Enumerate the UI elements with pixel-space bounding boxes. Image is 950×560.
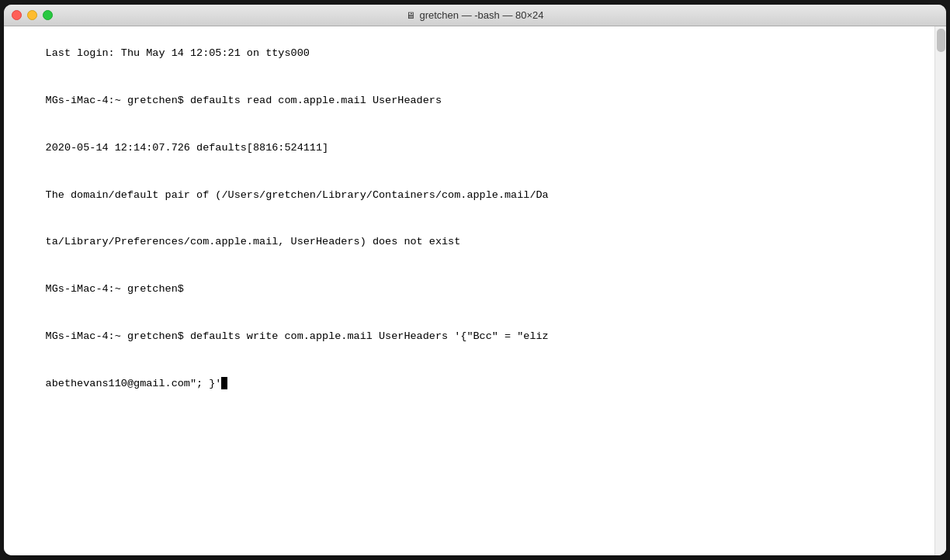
title-bar: 🖥 gretchen — -bash — 80×24	[4, 5, 946, 26]
line-4: The domain/default pair of (/Users/gretc…	[46, 189, 549, 201]
line-3: 2020-05-14 12:14:07.726 defaults[8816:52…	[46, 142, 329, 154]
scrollbar-thumb[interactable]	[937, 29, 945, 52]
close-button[interactable]	[12, 10, 22, 20]
line-7: MGs-iMac-4:~ gretchen$ defaults write co…	[46, 330, 549, 342]
line-8: abethevans110@gmail.com"; }'	[46, 378, 222, 389]
line-1: Last login: Thu May 14 12:05:21 on ttys0…	[46, 47, 310, 59]
minimize-button[interactable]	[27, 10, 37, 20]
window-title: 🖥 gretchen — -bash — 80×24	[406, 9, 543, 21]
terminal-body[interactable]: Last login: Thu May 14 12:05:21 on ttys0…	[4, 26, 946, 555]
maximize-button[interactable]	[43, 10, 53, 20]
line-2: MGs-iMac-4:~ gretchen$ defaults read com…	[46, 95, 442, 106]
terminal-cursor	[221, 377, 227, 389]
line-5: ta/Library/Preferences/com.apple.mail, U…	[46, 236, 461, 247]
line-6: MGs-iMac-4:~ gretchen$	[46, 283, 190, 295]
window-title-text: gretchen — -bash — 80×24	[419, 9, 543, 21]
terminal-output: Last login: Thu May 14 12:05:21 on ttys0…	[8, 30, 942, 407]
terminal-window: 🖥 gretchen — -bash — 80×24 Last login: T…	[4, 5, 946, 555]
scrollbar[interactable]	[934, 26, 946, 555]
terminal-icon: 🖥	[406, 10, 415, 21]
traffic-lights	[12, 10, 53, 20]
